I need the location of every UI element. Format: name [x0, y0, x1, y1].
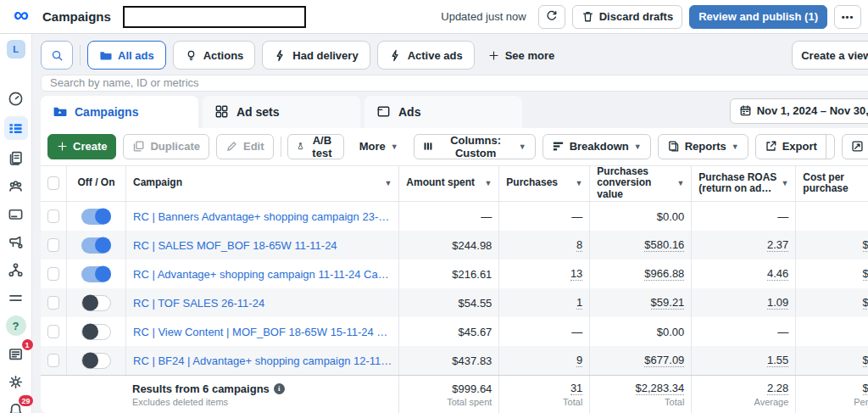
header-cost-per-purchase[interactable]: Cost per purchase▼ — [795, 166, 868, 201]
ab-test-button[interactable]: A/B test — [287, 134, 343, 159]
campaign-toggle[interactable] — [81, 266, 111, 282]
review-publish-button[interactable]: Review and publish (1) — [689, 5, 827, 29]
account-avatar[interactable]: L — [4, 39, 28, 59]
campaign-name-link[interactable]: RC | BF24 | Advantage+ shopping campaign… — [133, 354, 392, 367]
newspaper-icon — [8, 346, 24, 362]
header-campaign[interactable]: Campaign▼ — [125, 166, 398, 201]
columns-button[interactable]: Columns: Custom▼ — [414, 134, 536, 159]
campaign-toggle[interactable] — [81, 237, 111, 254]
more-menu-button[interactable]: More▼ — [351, 134, 407, 159]
campaigns-panel: Create Duplicate Edit A/B test More▼ Col… — [41, 128, 868, 413]
sidebar-item-events[interactable] — [4, 260, 28, 280]
campaign-toggle[interactable] — [81, 209, 111, 225]
purchases-value: — — [571, 326, 582, 338]
sidebar-item-pages[interactable] — [4, 148, 28, 168]
sidebar-collapse-menu[interactable] — [4, 287, 28, 308]
row-checkbox[interactable] — [47, 354, 59, 367]
row-checkbox[interactable] — [47, 296, 59, 310]
sidebar-item-campaigns[interactable] — [4, 116, 28, 140]
conversion-value: $0.00 — [657, 326, 685, 338]
image-icon — [376, 104, 391, 119]
sidebar-item-notifications[interactable]: 29 — [4, 399, 28, 413]
campaign-name-link[interactable]: RC | TOF SALES 26-11-24 — [133, 297, 264, 310]
plus-icon — [57, 141, 68, 152]
conversion-value: $0.00 — [657, 210, 685, 223]
table-row: RC | TOF SALES 26-11-24 $54.55 1 $59.21 … — [41, 288, 868, 317]
header-purchase-roas[interactable]: Purchase ROAS (return on ad…▼ — [691, 166, 795, 201]
create-button[interactable]: Create — [47, 134, 116, 159]
campaign-toggle[interactable] — [81, 295, 111, 311]
campaign-name-link[interactable]: RC | Advantage+ shopping campaign 11-11-… — [133, 268, 389, 281]
filter-actions[interactable]: Actions — [173, 41, 256, 70]
filter-search-button[interactable] — [41, 41, 73, 70]
reports-button[interactable]: Reports▼ — [658, 134, 748, 159]
sidebar-item-audiences[interactable] — [4, 176, 28, 196]
header-conversion-value[interactable]: Purchases conversion value▼ — [589, 166, 691, 201]
toggle-knob — [82, 324, 98, 340]
info-icon[interactable]: i — [274, 383, 285, 394]
chevron-down-icon: ▼ — [732, 142, 739, 151]
sidebar-item-help[interactable]: ? — [4, 315, 28, 336]
header-amount-spent[interactable]: Amount spent▼ — [398, 166, 498, 201]
purchases-value: 13 — [570, 267, 582, 281]
roas-value: — — [777, 326, 788, 338]
export-split-button: Export ▼ — [755, 134, 835, 159]
tab-ads[interactable]: Ads — [364, 96, 522, 128]
reports-icon — [667, 140, 680, 153]
discard-drafts-button[interactable]: Discard drafts — [572, 5, 682, 29]
sidebar-item-updates[interactable]: 1 — [4, 343, 28, 364]
refresh-button[interactable] — [538, 5, 565, 29]
filter-had-delivery[interactable]: Had delivery — [262, 41, 370, 70]
edit-button[interactable]: Edit — [216, 134, 274, 159]
purchases-value: 9 — [576, 354, 582, 367]
row-checkbox[interactable] — [47, 238, 59, 252]
average-roas-value: 2.28 — [767, 382, 788, 395]
select-all-checkbox[interactable] — [47, 176, 59, 190]
duplicate-button[interactable]: Duplicate — [123, 134, 209, 159]
more-options-button[interactable]: ••• — [834, 5, 861, 29]
top-bar: ∞ Campaigns Updated just now Discard dra… — [0, 0, 868, 34]
filter-all-ads[interactable]: All ads — [87, 41, 166, 70]
gear-icon — [8, 374, 24, 390]
campaign-toggle[interactable] — [81, 353, 111, 369]
row-checkbox[interactable] — [47, 267, 59, 281]
filter-active-ads[interactable]: Active ads — [377, 41, 475, 70]
total-spent-value: $999.64 — [452, 382, 492, 395]
sidebar-item-ads-settings[interactable] — [4, 232, 28, 252]
row-checkbox[interactable] — [47, 325, 59, 338]
conversion-value: $59.21 — [651, 296, 685, 310]
chevron-down-icon: ▼ — [575, 179, 582, 187]
toggle-knob — [82, 353, 98, 369]
see-more-button[interactable]: See more — [481, 49, 562, 62]
campaign-name-link[interactable]: RC | View Content | MOF_BOF 18-65W 15-11… — [133, 326, 387, 338]
roas-value: 1.55 — [767, 354, 788, 367]
sidebar-item-overview[interactable] — [4, 88, 28, 109]
network-icon — [8, 262, 24, 278]
charts-button[interactable]: Charts — [842, 134, 868, 159]
tab-ad-sets[interactable]: Ad sets — [203, 96, 360, 128]
people-icon — [8, 178, 24, 194]
meta-logo-icon[interactable]: ∞ — [7, 4, 36, 25]
page-title: Campaigns — [42, 9, 111, 24]
toggle-knob — [95, 209, 111, 225]
date-range-button[interactable]: Nov 1, 2024 – Nov 30, 2024▼ — [730, 98, 868, 124]
tab-campaigns[interactable]: Campaigns — [41, 96, 198, 128]
amount-spent-value: $244.98 — [398, 231, 498, 260]
lightbulb-icon — [185, 49, 198, 62]
campaign-toggle[interactable] — [81, 324, 111, 340]
export-options-button[interactable]: ▼ — [826, 135, 835, 159]
export-button[interactable]: Export — [756, 135, 826, 159]
breakdown-button[interactable]: Breakdown▼ — [542, 134, 651, 159]
pages-icon — [8, 150, 24, 166]
create-view-button[interactable]: Create a view — [792, 41, 868, 70]
campaign-name-link[interactable]: RC | SALES MOF_BOF 18-65W 11-11-24 — [133, 239, 337, 252]
chevron-down-icon: ▼ — [384, 179, 392, 187]
account-selector-redacted[interactable] — [123, 6, 306, 28]
header-purchases[interactable]: Purchases▼ — [498, 166, 589, 201]
sidebar-item-billing[interactable] — [4, 204, 28, 224]
row-checkbox[interactable] — [47, 209, 59, 223]
sidebar-item-settings[interactable] — [4, 371, 28, 392]
campaign-name-link[interactable]: RC | Banners Advantage+ shopping campaig… — [133, 210, 389, 223]
roas-value: 2.37 — [767, 238, 788, 252]
search-input[interactable] — [50, 76, 868, 89]
